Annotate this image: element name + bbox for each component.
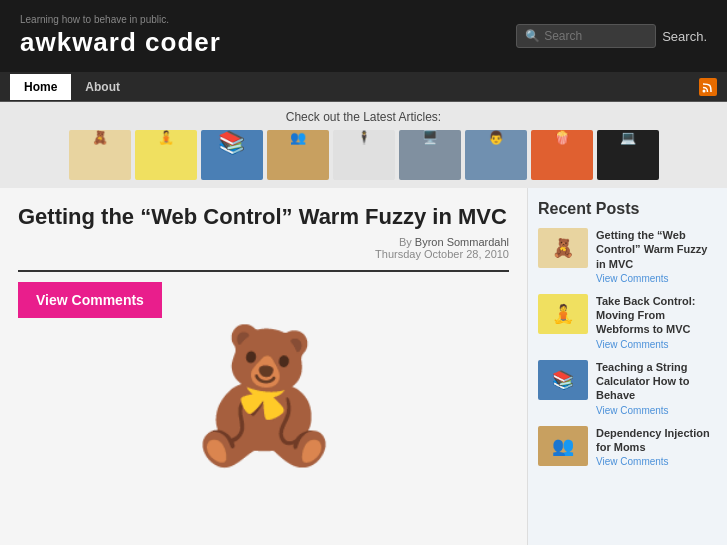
article-title: Getting the “Web Control” Warm Fuzzy in …: [18, 204, 509, 230]
sidebar: Recent Posts 🧸 Getting the “Web Control”…: [527, 188, 727, 545]
search-icon: 🔍: [525, 29, 540, 43]
search-box[interactable]: 🔍: [516, 24, 656, 48]
articles-thumbs-list: 🧸 🧘 📚 👥 🕴️ 🖥️ 👨 🍿 💻: [10, 130, 717, 180]
recent-thumb-4[interactable]: 👥: [538, 426, 588, 466]
main-content: Getting the “Web Control” Warm Fuzzy in …: [0, 188, 527, 545]
recent-post-info-4: Dependency Injection for Moms View Comme…: [596, 426, 717, 468]
sidebar-title: Recent Posts: [538, 200, 717, 218]
article-image: 🧸: [18, 330, 509, 460]
article-thumb-8[interactable]: 🍿: [531, 130, 593, 180]
author-label: By: [399, 236, 412, 248]
recent-post-link-1[interactable]: View Comments: [596, 273, 717, 284]
article-thumb-7[interactable]: 👨: [465, 130, 527, 180]
svg-point-0: [703, 89, 706, 92]
nav-item-home[interactable]: Home: [10, 74, 71, 100]
recent-post-title-4: Dependency Injection for Moms: [596, 426, 717, 455]
article-date: Thursday October 28, 2010: [375, 248, 509, 260]
article-thumb-6[interactable]: 🖥️: [399, 130, 461, 180]
site-branding: Learning how to behave in public. awkwar…: [20, 14, 221, 58]
article-thumb-5[interactable]: 🕴️: [333, 130, 395, 180]
recent-post-link-4[interactable]: View Comments: [596, 456, 717, 467]
article-thumb-9[interactable]: 💻: [597, 130, 659, 180]
content-area: Getting the “Web Control” Warm Fuzzy in …: [0, 188, 727, 545]
recent-thumb-3[interactable]: 📚: [538, 360, 588, 400]
recent-thumb-1[interactable]: 🧸: [538, 228, 588, 268]
recent-post-4: 👥 Dependency Injection for Moms View Com…: [538, 426, 717, 468]
article-thumb-4[interactable]: 👥: [267, 130, 329, 180]
search-input[interactable]: [544, 29, 654, 43]
recent-post-title-2: Take Back Control: Moving From Webforms …: [596, 294, 717, 337]
recent-post-info-3: Teaching a String Calculator How to Beha…: [596, 360, 717, 416]
recent-post-link-2[interactable]: View Comments: [596, 339, 717, 350]
rss-icon[interactable]: [699, 78, 717, 96]
nav-item-about[interactable]: About: [71, 74, 134, 100]
site-title: awkward coder: [20, 27, 221, 58]
recent-post-title-3: Teaching a String Calculator How to Beha…: [596, 360, 717, 403]
article-author: Byron Sommardahl: [415, 236, 509, 248]
search-button[interactable]: Search.: [662, 29, 707, 44]
article-divider: [18, 270, 509, 272]
site-header: Learning how to behave in public. awkwar…: [0, 0, 727, 72]
banner-title: Check out the Latest Articles:: [10, 110, 717, 124]
recent-post-1: 🧸 Getting the “Web Control” Warm Fuzzy i…: [538, 228, 717, 284]
article-thumb-3[interactable]: 📚: [201, 130, 263, 180]
bear-image: 🧸: [183, 330, 345, 460]
site-tagline: Learning how to behave in public.: [20, 14, 221, 25]
articles-banner: Check out the Latest Articles: 🧸 🧘 📚 👥 🕴…: [0, 102, 727, 188]
recent-post-info-2: Take Back Control: Moving From Webforms …: [596, 294, 717, 350]
recent-post-title-1: Getting the “Web Control” Warm Fuzzy in …: [596, 228, 717, 271]
view-comments-button[interactable]: View Comments: [18, 282, 162, 318]
article-thumb-2[interactable]: 🧘: [135, 130, 197, 180]
recent-post-info-1: Getting the “Web Control” Warm Fuzzy in …: [596, 228, 717, 284]
search-area: 🔍 Search.: [516, 24, 707, 48]
recent-post-3: 📚 Teaching a String Calculator How to Be…: [538, 360, 717, 416]
recent-post-2: 🧘 Take Back Control: Moving From Webform…: [538, 294, 717, 350]
recent-thumb-2[interactable]: 🧘: [538, 294, 588, 334]
article-thumb-1[interactable]: 🧸: [69, 130, 131, 180]
recent-post-link-3[interactable]: View Comments: [596, 405, 717, 416]
article-meta: By Byron Sommardahl Thursday October 28,…: [18, 236, 509, 260]
navigation: Home About: [0, 72, 727, 102]
